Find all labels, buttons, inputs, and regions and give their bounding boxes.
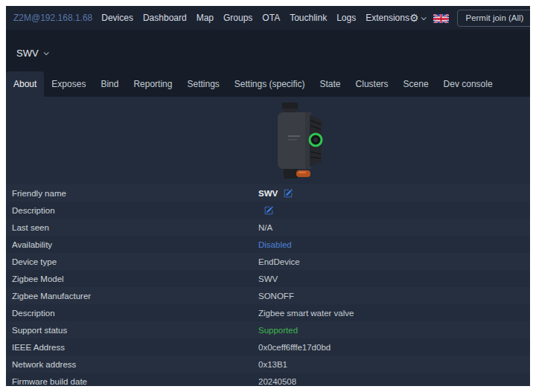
nav-item-devices[interactable]: Devices [101, 13, 133, 23]
tab-state[interactable]: State [313, 71, 348, 97]
availability-value-link[interactable]: Disabled [258, 240, 292, 249]
row-label: Description [12, 309, 235, 318]
permit-join-button[interactable]: Permit join (All) [458, 10, 530, 26]
nav-item-dashboard[interactable]: Dashboard [143, 13, 187, 23]
table-row-description-edit: Description [6, 202, 530, 219]
device-tabbar: About Exposes Bind Reporting Settings Se… [6, 71, 530, 97]
device-name: SWV [16, 48, 39, 59]
table-row-zigbee-model: Zigbee Model SWV [6, 270, 530, 287]
about-tab-content: Friendly name SWV Description Last seen [6, 97, 530, 386]
table-row-availability: Availability Disabled [6, 236, 530, 253]
device-header-band: SWV [6, 30, 530, 71]
chevron-down-icon [43, 50, 48, 55]
last-seen-value: N/A [258, 223, 272, 232]
tab-about[interactable]: About [6, 71, 44, 97]
friendly-name-value: SWV [258, 189, 278, 198]
nav-items: Devices Dashboard Map Groups OTA Touchli… [101, 13, 409, 23]
table-row-ieee-address: IEEE Address 0x0ceff6fffe17d0bd [6, 338, 530, 356]
tab-bind[interactable]: Bind [93, 71, 126, 97]
table-row-device-type: Device type EndDevice [6, 253, 530, 270]
z2m-app-window: Z2M@192.168.1.68 Devices Dashboard Map G… [6, 6, 530, 386]
firmware-build-date-value: 20240508 [258, 377, 296, 386]
brand-link[interactable]: Z2M@192.168.1.68 [13, 13, 92, 23]
table-row-friendly-name: Friendly name SWV [6, 184, 530, 202]
table-row-zigbee-manufacturer: Zigbee Manufacturer SONOFF [6, 287, 530, 304]
table-row-firmware-build-date: Firmware build date 20240508 [6, 373, 530, 386]
screenshot-frame: Z2M@192.168.1.68 Devices Dashboard Map G… [0, 0, 536, 392]
table-row-last-seen: Last seen N/A [6, 219, 530, 236]
nav-item-groups[interactable]: Groups [223, 13, 252, 23]
language-flag-uk-icon[interactable] [433, 13, 449, 23]
gear-icon: ⚙ [409, 13, 419, 23]
row-label: Description [12, 206, 235, 215]
device-image [264, 103, 332, 181]
nav-item-extensions[interactable]: Extensions [366, 13, 409, 23]
tab-scene[interactable]: Scene [396, 71, 436, 97]
zigbee-manufacturer-value: SONOFF [258, 292, 294, 301]
edit-icon[interactable] [284, 189, 293, 198]
row-label: Support status [12, 326, 235, 335]
navbar-right-cluster: ⚙ Permit join (All) [409, 10, 530, 27]
tab-clusters[interactable]: Clusters [348, 71, 396, 97]
support-status-value-link[interactable]: Supported [258, 326, 298, 335]
device-properties-table: Friendly name SWV Description Last seen [6, 184, 530, 386]
tab-exposes[interactable]: Exposes [44, 71, 93, 97]
row-label: IEEE Address [12, 343, 235, 352]
tab-dev-console[interactable]: Dev console [436, 71, 500, 97]
table-row-description: Description Zigbee smart water valve [6, 304, 530, 321]
tab-reporting[interactable]: Reporting [126, 71, 179, 97]
row-label: Device type [12, 257, 235, 266]
edit-icon[interactable] [264, 206, 273, 215]
table-row-support-status: Support status Supported [6, 321, 530, 338]
settings-menu-trigger[interactable]: ⚙ [409, 13, 426, 23]
device-type-value: EndDevice [258, 257, 300, 266]
nav-item-touchlink[interactable]: Touchlink [290, 13, 327, 23]
nav-item-ota[interactable]: OTA [262, 13, 280, 23]
row-label: Zigbee Manufacturer [12, 292, 235, 301]
row-label: Network address [12, 360, 235, 369]
device-description-value: Zigbee smart water valve [258, 309, 354, 318]
permit-join-split-button: Permit join (All) [457, 10, 530, 27]
tab-settings[interactable]: Settings [179, 71, 226, 97]
row-label: Last seen [12, 223, 235, 232]
nav-item-map[interactable]: Map [197, 13, 214, 23]
row-label: Availability [12, 240, 235, 249]
chevron-down-icon [421, 15, 427, 20]
device-title-dropdown[interactable]: SWV [16, 48, 48, 59]
row-label: Zigbee Model [12, 274, 235, 283]
top-navbar: Z2M@192.168.1.68 Devices Dashboard Map G… [6, 6, 530, 30]
nav-item-logs[interactable]: Logs [336, 13, 356, 23]
network-address-value: 0x13B1 [258, 360, 287, 369]
table-row-network-address: Network address 0x13B1 [6, 356, 530, 373]
row-label: Friendly name [12, 189, 235, 198]
row-label: Firmware build date [12, 377, 235, 386]
zigbee-model-value: SWV [258, 274, 278, 283]
tab-settings-specific[interactable]: Settings (specific) [227, 71, 313, 97]
ieee-address-value: 0x0ceff6fffe17d0bd [258, 343, 331, 352]
